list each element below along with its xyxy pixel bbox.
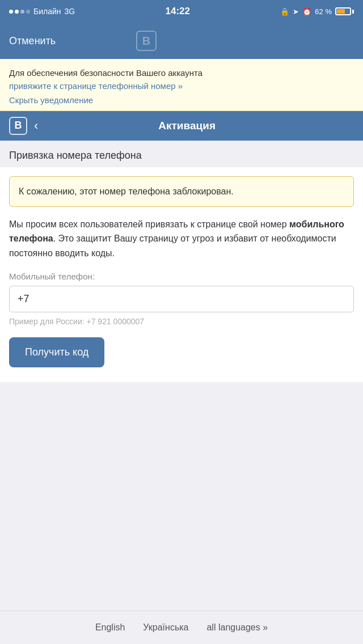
body-text-part2: . Это защитит Вашу страницу от угроз и и… [9, 234, 336, 258]
notification-hide-link[interactable]: Скрыть уведомление [9, 95, 354, 105]
phone-field-label: Мобильный телефон: [9, 272, 354, 281]
footer: English Українська all languages » [0, 611, 363, 644]
footer-all-languages[interactable]: all languages » [206, 622, 268, 633]
top-nav-bar: Отменить В [0, 23, 363, 59]
section-header: Привязка номера телефона [0, 141, 363, 167]
cancel-button[interactable]: Отменить [9, 31, 56, 52]
back-button[interactable]: ‹ [34, 118, 38, 133]
notification-banner: Для обеспечения безопасности Вашего акка… [0, 59, 363, 111]
body-text: Мы просим всех пользователей привязать к… [9, 217, 354, 261]
battery-label: 62 % [315, 7, 332, 16]
inner-nav-title: Активация [45, 120, 329, 132]
main-content: К сожалению, этот номер телефона заблоки… [0, 167, 363, 383]
vk-logo-watermark: В [136, 31, 157, 51]
carrier-label: Билайн [33, 7, 61, 16]
vk-logo-small: В [9, 117, 27, 135]
body-text-part1: Мы просим всех пользователей привязать к… [9, 219, 289, 229]
battery-icon [335, 7, 354, 15]
status-bar-right: 🔒 ➤ ⏰ 62 % [280, 7, 354, 16]
inner-nav-bar: В ‹ Активация [0, 111, 363, 141]
status-bar-left: Билайн 3G [9, 7, 75, 16]
warning-box: К сожалению, этот номер телефона заблоки… [9, 176, 354, 207]
location-icon: ➤ [293, 7, 299, 16]
notification-link[interactable]: привяжите к странице телефонный номер » [9, 81, 354, 91]
phone-hint: Пример для России: +7 921 0000007 [9, 317, 354, 326]
alarm-icon: ⏰ [302, 7, 311, 16]
network-label: 3G [65, 7, 75, 16]
phone-input[interactable] [9, 286, 354, 312]
footer-lang-ukrainian[interactable]: Українська [143, 622, 188, 633]
footer-lang-english[interactable]: English [95, 622, 125, 633]
status-bar-time: 14:22 [166, 6, 190, 17]
submit-button[interactable]: Получить код [9, 337, 104, 367]
section-title: Привязка номера телефона [9, 150, 142, 161]
warning-text: К сожалению, этот номер телефона заблоки… [19, 187, 234, 196]
signal-dots [9, 10, 30, 14]
notification-text: Для обеспечения безопасности Вашего акка… [9, 68, 202, 78]
status-bar: Билайн 3G 14:22 🔒 ➤ ⏰ 62 % [0, 0, 363, 23]
lock-icon: 🔒 [280, 7, 289, 16]
